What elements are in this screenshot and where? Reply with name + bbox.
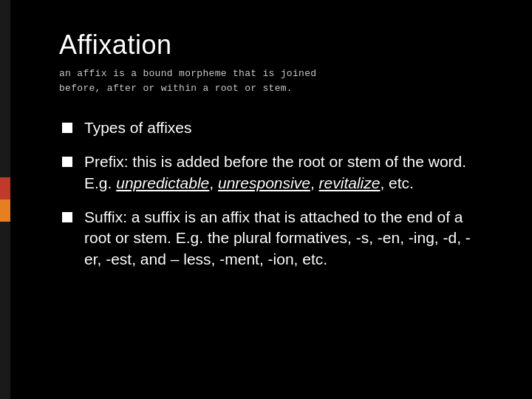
subtitle-line1: an affix is a bound morpheme that is joi…	[59, 68, 316, 79]
accent-top	[0, 0, 10, 177]
bullet-text-types: Types of affixes	[84, 117, 192, 138]
bullet-text-prefix: Prefix: this is added before the root or…	[84, 151, 488, 194]
slide-subtitle: an affix is a bound morpheme that is joi…	[59, 66, 488, 95]
bullet-icon	[59, 209, 75, 225]
bullet-icon	[59, 154, 75, 170]
accent-bottom	[0, 222, 10, 399]
list-item: Types of affixes	[59, 117, 488, 138]
bullet-icon	[59, 120, 75, 136]
list-item: Suffix: a suffix is an affix that is att…	[59, 207, 488, 270]
bullet-list: Types of affixes Prefix: this is added b…	[59, 117, 488, 270]
list-item: Prefix: this is added before the root or…	[59, 151, 488, 194]
bullet-text-suffix: Suffix: a suffix is an affix that is att…	[84, 207, 488, 270]
accent-red	[0, 177, 10, 200]
accent-orange	[0, 200, 10, 222]
slide-title: Affixation	[59, 30, 488, 61]
subtitle-line2: before, after or within a root or stem.	[59, 83, 293, 94]
accent-bar	[0, 0, 10, 399]
slide: Affixation an affix is a bound morpheme …	[0, 0, 532, 399]
